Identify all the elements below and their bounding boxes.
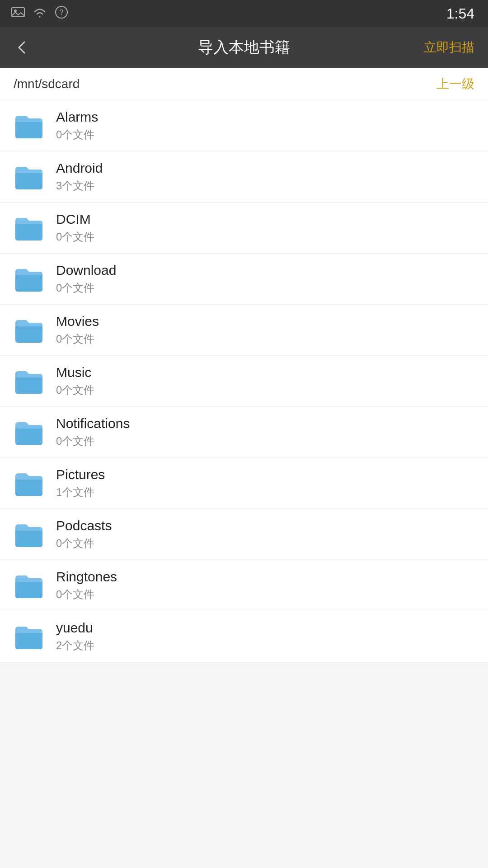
folder-count: 1个文件 [56,485,105,500]
folder-count: 0个文件 [56,332,99,346]
path-bar: /mnt/sdcard 上一级 [0,68,488,100]
up-level-button[interactable]: 上一级 [436,75,474,93]
folder-count: 0个文件 [56,587,117,602]
folder-name: yuedu [56,620,94,636]
file-info: Download 0个文件 [56,263,116,295]
folder-count: 0个文件 [56,127,98,142]
file-info: Podcasts 0个文件 [56,518,112,551]
list-item[interactable]: Ringtones 0个文件 [0,560,488,611]
folder-icon [14,519,44,550]
folder-count: 0个文件 [56,281,116,295]
list-item[interactable]: Alarms 0个文件 [0,100,488,151]
list-item[interactable]: Podcasts 0个文件 [0,509,488,560]
file-info: DCIM 0个文件 [56,212,94,244]
scan-button[interactable]: 立即扫描 [424,39,474,56]
file-info: Notifications 0个文件 [56,416,130,448]
status-time: 1:54 [446,5,474,22]
folder-count: 0个文件 [56,536,112,551]
folder-icon [14,110,44,141]
folder-count: 0个文件 [56,230,94,244]
file-info: Music 0个文件 [56,365,94,397]
file-info: yuedu 2个文件 [56,620,94,653]
list-item[interactable]: Android 3个文件 [0,151,488,203]
folder-name: Alarms [56,109,98,125]
list-item[interactable]: DCIM 0个文件 [0,203,488,254]
file-list: Alarms 0个文件 Android 3个文件 DCIM 0个文件 [0,100,488,662]
folder-count: 0个文件 [56,434,130,448]
folder-name: Music [56,365,94,380]
folder-name: Pictures [56,467,105,482]
file-info: Alarms 0个文件 [56,109,98,142]
folder-icon [14,264,44,294]
folder-count: 2个文件 [56,638,94,653]
folder-icon [14,315,44,345]
file-info: Pictures 1个文件 [56,467,105,500]
status-bar: ? 1:54 [0,0,488,27]
folder-icon [14,468,44,499]
folder-name: Movies [56,314,99,329]
file-info: Android 3个文件 [56,160,103,193]
folder-icon [14,212,44,243]
title-bar: 导入本地书籍 立即扫描 [0,27,488,68]
list-item[interactable]: Notifications 0个文件 [0,407,488,458]
folder-count: 0个文件 [56,383,94,397]
svg-text:?: ? [60,9,64,16]
wifi-icon [33,5,47,23]
folder-name: Notifications [56,416,130,431]
folder-count: 3个文件 [56,179,103,193]
status-bar-left: ? [11,5,69,23]
folder-name: Android [56,160,103,176]
folder-icon [14,366,44,396]
folder-name: Podcasts [56,518,112,533]
list-item[interactable]: Movies 0个文件 [0,305,488,356]
help-icon: ? [54,5,69,23]
back-button[interactable] [14,39,41,56]
gallery-icon [11,5,25,23]
folder-icon [14,417,44,448]
list-item[interactable]: Pictures 1个文件 [0,458,488,509]
list-item[interactable]: yuedu 2个文件 [0,611,488,662]
page-title: 导入本地书籍 [198,37,290,58]
list-item[interactable]: Music 0个文件 [0,356,488,407]
file-info: Movies 0个文件 [56,314,99,346]
file-info: Ringtones 0个文件 [56,569,117,602]
folder-icon [14,161,44,192]
folder-name: DCIM [56,212,94,227]
folder-icon [14,621,44,652]
folder-icon [14,570,44,601]
folder-name: Download [56,263,116,278]
folder-name: Ringtones [56,569,117,585]
current-path: /mnt/sdcard [14,77,80,91]
list-item[interactable]: Download 0个文件 [0,254,488,305]
